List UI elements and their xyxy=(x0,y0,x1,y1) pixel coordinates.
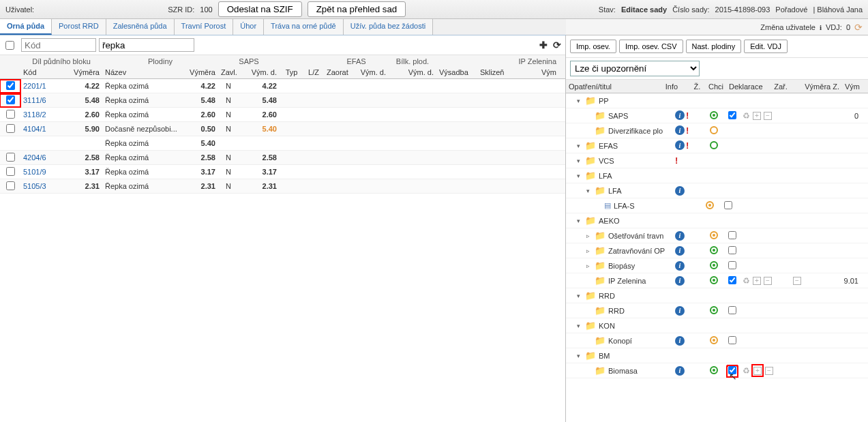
row-checkbox[interactable] xyxy=(6,95,15,104)
table-row[interactable]: 3111/65.48Řepka ozimá5.48N5.48 xyxy=(0,93,565,108)
tab-travni[interactable]: Travní Porost xyxy=(175,19,234,35)
tree-node[interactable]: ▹📁Zatravňování OPi xyxy=(566,243,868,258)
table-row[interactable]: 4204/62.58Řepka ozimá2.58N2.58 xyxy=(0,151,565,165)
col-lz[interactable]: L/Z xyxy=(303,67,324,77)
th-vym[interactable]: Vým xyxy=(842,81,863,92)
kod-filter-input[interactable] xyxy=(21,38,96,52)
th-zar[interactable]: Zař. xyxy=(767,81,794,92)
edit-vdj-button[interactable]: Edit. VDJ xyxy=(744,40,788,53)
col-vym[interactable]: Výměra xyxy=(61,67,102,77)
info-icon[interactable]: i xyxy=(675,276,685,286)
expand-icon[interactable]: ▾ xyxy=(586,187,595,194)
col-vymp[interactable]: Výměra xyxy=(184,67,218,77)
expand-icon[interactable]: ▾ xyxy=(577,322,585,329)
col-zaorat[interactable]: Zaorat xyxy=(324,67,355,77)
tree-node[interactable]: ▾📁RRD xyxy=(566,288,868,303)
th-chci[interactable]: Chci xyxy=(706,81,726,92)
chci-checkbox[interactable] xyxy=(728,231,736,239)
send-szif-button[interactable]: Odeslat na SZIF xyxy=(218,1,302,17)
refresh-grid-icon[interactable]: ⟳ xyxy=(553,40,561,50)
chci-checkbox[interactable] xyxy=(728,111,736,119)
th-opatreni[interactable]: Opatření/titul xyxy=(566,81,655,92)
chci-checkbox[interactable] xyxy=(728,246,736,254)
info-icon[interactable]: i xyxy=(675,110,685,120)
recycle-icon[interactable]: ♻ xyxy=(743,111,750,121)
cell-kod[interactable]: 5101/9 xyxy=(20,166,61,177)
th-z[interactable]: Ž. xyxy=(689,81,706,92)
col-bilk-vymd[interactable]: Vým. d. xyxy=(389,67,436,77)
tab-zalesnena[interactable]: Zalesněná půda xyxy=(106,19,175,35)
tab-orna-puda[interactable]: Orná půda xyxy=(0,19,52,35)
th-deklarace[interactable]: Deklarace xyxy=(726,81,767,92)
cell-kod[interactable]: 4204/6 xyxy=(20,152,61,163)
plus-icon[interactable]: + xyxy=(753,367,762,375)
info-icon[interactable]: i xyxy=(675,336,685,346)
col-nazev[interactable]: Název xyxy=(102,67,184,77)
expand-icon[interactable]: ▹ xyxy=(586,232,595,239)
nast-plodiny-button[interactable]: Nast. plodiny xyxy=(686,40,742,53)
tab-trava-orna[interactable]: Tráva na orné půdě xyxy=(264,19,344,35)
tree-node[interactable]: ▾📁PP xyxy=(566,93,868,108)
info-icon[interactable]: i xyxy=(675,306,685,316)
tree-node[interactable]: ▾📁EFASi! xyxy=(566,138,868,153)
imp-osev-button[interactable]: Imp. osev. xyxy=(570,40,616,53)
row-checkbox[interactable] xyxy=(6,181,15,190)
minus-icon[interactable]: − xyxy=(764,112,772,120)
chci-checkbox[interactable] xyxy=(728,306,736,314)
expand-icon[interactable]: ▾ xyxy=(577,172,585,179)
tab-porost-rrd[interactable]: Porost RRD xyxy=(52,19,106,35)
recycle-icon[interactable]: ♻ xyxy=(743,366,750,376)
tree-node[interactable]: 📁Konopíi xyxy=(566,333,868,348)
info-icon[interactable]: i xyxy=(675,246,685,256)
cell-kod[interactable]: 4104/1 xyxy=(20,123,61,134)
info-icon[interactable]: i xyxy=(675,231,685,241)
cell-kod[interactable]: 2201/1 xyxy=(20,80,61,91)
back-overview-button[interactable]: Zpět na přehled sad xyxy=(308,1,406,17)
tree-node[interactable]: 📁IP Zeleninai♻+−−9.01 xyxy=(566,273,868,288)
tree-node[interactable]: 📁RRDi xyxy=(566,303,868,318)
recycle-icon[interactable]: ♻ xyxy=(743,276,750,286)
minus-icon[interactable]: − xyxy=(764,277,772,285)
info-icon[interactable]: i xyxy=(675,366,685,376)
change-user-link[interactable]: Změna uživatele xyxy=(760,23,815,31)
filter-select[interactable]: Lze či upozornění xyxy=(570,61,700,76)
col-efas-vymd[interactable]: Vým. d. xyxy=(355,67,389,77)
plodina-filter-input[interactable] xyxy=(99,38,194,52)
row-checkbox[interactable] xyxy=(6,81,15,90)
expand-icon[interactable]: ▾ xyxy=(577,217,585,224)
expand-icon[interactable]: ▾ xyxy=(577,142,585,149)
col-vysadba[interactable]: Výsadba xyxy=(436,67,477,77)
tree-node[interactable]: ▤LFA-S xyxy=(566,198,868,213)
info-icon[interactable]: i xyxy=(820,23,822,31)
row-checkbox[interactable] xyxy=(6,124,15,133)
expand-icon[interactable]: ▾ xyxy=(577,97,585,104)
col-sklizen[interactable]: Sklizeň xyxy=(477,67,511,77)
add-icon[interactable]: ✚ xyxy=(539,40,548,50)
tab-uhor[interactable]: Úhor xyxy=(233,19,264,35)
table-row[interactable]: 3118/22.60Řepka ozimá2.60N2.60 xyxy=(0,108,565,122)
expand-icon[interactable]: ▾ xyxy=(577,292,585,299)
tree-node[interactable]: ▾📁LFAi xyxy=(566,183,868,198)
expand-icon[interactable]: ▾ xyxy=(577,157,585,164)
chci-checkbox[interactable] xyxy=(728,261,736,269)
tree-node[interactable]: ▾📁AEKO xyxy=(566,213,868,228)
chci-checkbox[interactable] xyxy=(728,276,736,284)
tree-node[interactable]: ▾📁BM xyxy=(566,348,868,363)
info-icon[interactable]: i xyxy=(675,140,685,150)
tree-node[interactable]: ▾📁KON xyxy=(566,318,868,333)
plus-icon[interactable]: + xyxy=(753,277,761,285)
col-typ[interactable]: Typ xyxy=(280,67,303,77)
col-zavl[interactable]: Zavl. xyxy=(218,67,239,77)
select-all-checkbox[interactable] xyxy=(5,41,14,50)
th-vymera-z[interactable]: Výměra Z. xyxy=(794,81,842,92)
tree-node[interactable]: ▾📁VCS! xyxy=(566,153,868,168)
col-kod[interactable]: Kód xyxy=(20,67,61,77)
tree-node[interactable]: ▾📁LFA xyxy=(566,168,868,183)
col-ipz-vym[interactable]: Vým xyxy=(511,67,559,77)
expand-icon[interactable]: ▹ xyxy=(586,262,595,269)
expand-icon[interactable]: ▹ xyxy=(586,247,595,254)
cell-kod[interactable]: 3111/6 xyxy=(20,95,61,106)
tree-node[interactable]: ▹📁Ošetřování travni xyxy=(566,228,868,243)
info-icon[interactable]: i xyxy=(675,261,685,271)
chci-checkbox[interactable] xyxy=(724,201,732,209)
